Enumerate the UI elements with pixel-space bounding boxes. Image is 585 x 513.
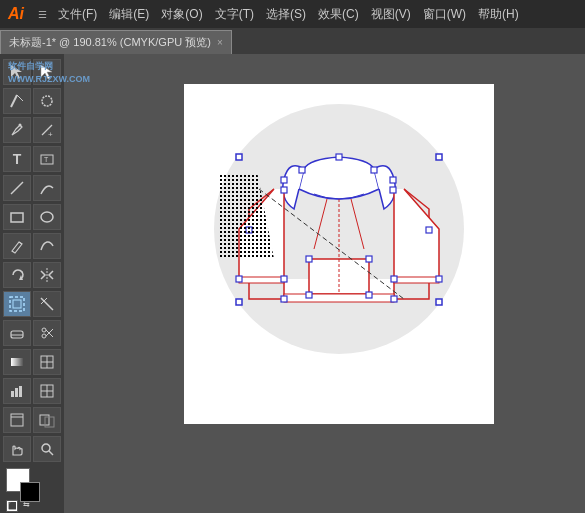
menu-help[interactable]: 帮助(H) <box>472 0 525 28</box>
add-anchor-tool[interactable]: + <box>33 117 61 143</box>
tool-row-6 <box>2 203 62 231</box>
svg-text:T: T <box>44 156 49 163</box>
smooth-tool[interactable] <box>33 233 61 259</box>
eraser-tool[interactable] <box>3 320 31 346</box>
svg-rect-69 <box>236 299 242 305</box>
svg-rect-15 <box>10 297 24 311</box>
tool-row-3: + <box>2 116 62 144</box>
svg-rect-58 <box>236 276 242 282</box>
ellipse-tool[interactable] <box>33 204 61 230</box>
tool-row-12 <box>2 377 62 405</box>
magic-wand-tool[interactable] <box>3 88 31 114</box>
svg-line-24 <box>46 329 53 336</box>
svg-rect-55 <box>426 227 432 233</box>
direct-select-tool[interactable] <box>33 59 61 85</box>
tabbar: 未标题-1* @ 190.81% (CMYK/GPU 预览) × <box>0 28 585 54</box>
canvas-area <box>64 54 585 513</box>
svg-rect-68 <box>436 154 442 160</box>
tab-label: 未标题-1* @ 190.81% (CMYK/GPU 预览) <box>9 35 211 50</box>
svg-line-23 <box>46 330 53 337</box>
area-type-tool[interactable]: T <box>33 146 61 172</box>
default-colors-button[interactable]: ⬛ <box>6 500 18 512</box>
main-area: 软件自学网 WWW.RJZXW.COM <box>0 54 585 513</box>
svg-rect-57 <box>391 276 397 282</box>
svg-rect-64 <box>306 292 312 298</box>
svg-point-21 <box>42 328 46 332</box>
line-tool[interactable] <box>3 175 31 201</box>
menu-object[interactable]: 对象(O) <box>155 0 208 28</box>
type-tool[interactable]: T <box>3 146 31 172</box>
svg-line-17 <box>41 298 53 310</box>
menu-file[interactable]: 文件(F) <box>52 0 103 28</box>
svg-point-22 <box>42 334 46 338</box>
tool-row-13 <box>2 406 62 434</box>
pencil-tool[interactable] <box>3 233 31 259</box>
menu-icon[interactable]: ☰ <box>32 0 52 28</box>
svg-rect-16 <box>13 300 21 308</box>
select-tool[interactable] <box>3 59 31 85</box>
svg-marker-0 <box>11 65 22 79</box>
svg-rect-70 <box>436 299 442 305</box>
svg-rect-67 <box>236 154 242 160</box>
pen-tool[interactable] <box>3 117 31 143</box>
menu-text[interactable]: 文字(T) <box>209 0 260 28</box>
tool-row-14 <box>2 435 62 463</box>
menu-view[interactable]: 视图(V) <box>365 0 417 28</box>
toolbar: 软件自学网 WWW.RJZXW.COM <box>0 54 64 513</box>
menubar: 文件(F) 编辑(E) 对象(O) 文字(T) 选择(S) 效果(C) 视图(V… <box>52 0 585 28</box>
reflect-tool[interactable] <box>33 262 61 288</box>
svg-rect-43 <box>239 277 284 283</box>
live-paint-tool[interactable] <box>33 378 61 404</box>
ai-logo: Ai <box>0 0 32 28</box>
titlebar: Ai ☰ 文件(F) 编辑(E) 对象(O) 文字(T) 选择(S) 效果(C)… <box>0 0 585 28</box>
tool-row-4: T T <box>2 145 62 173</box>
svg-rect-31 <box>19 386 22 397</box>
document-tab[interactable]: 未标题-1* @ 190.81% (CMYK/GPU 预览) × <box>0 30 232 54</box>
svg-rect-49 <box>371 167 377 173</box>
menu-window[interactable]: 窗口(W) <box>417 0 472 28</box>
svg-rect-59 <box>436 276 442 282</box>
svg-marker-1 <box>41 65 52 79</box>
svg-rect-61 <box>391 296 397 302</box>
rotate-tool[interactable] <box>3 262 31 288</box>
svg-rect-44 <box>394 277 439 283</box>
svg-rect-29 <box>11 391 14 397</box>
gradient-tool[interactable] <box>3 349 31 375</box>
scissors-tool[interactable] <box>33 320 61 346</box>
selection-active-tool[interactable] <box>3 291 31 317</box>
svg-line-2 <box>11 95 17 107</box>
rect-tool[interactable] <box>3 204 31 230</box>
svg-point-11 <box>41 212 53 222</box>
tab-close-button[interactable]: × <box>217 37 223 48</box>
svg-rect-25 <box>11 358 23 366</box>
menu-edit[interactable]: 编辑(E) <box>103 0 155 28</box>
mesh-tool[interactable] <box>33 349 61 375</box>
tool-row-5 <box>2 174 62 202</box>
hand-tool[interactable] <box>3 436 31 462</box>
artboard <box>184 84 494 424</box>
svg-rect-52 <box>281 187 287 193</box>
swap-colors-button[interactable]: ⇆ <box>20 498 32 510</box>
tool-row-9 <box>2 290 62 318</box>
svg-rect-33 <box>11 414 23 426</box>
svg-rect-42 <box>284 294 394 302</box>
svg-line-3 <box>17 95 23 101</box>
artboard-tool[interactable] <box>3 407 31 433</box>
slice-tool[interactable] <box>33 291 61 317</box>
menu-effect[interactable]: 效果(C) <box>312 0 365 28</box>
arc-tool[interactable] <box>33 175 61 201</box>
color-section: ⬛ ⇆ <box>2 464 62 513</box>
svg-line-46 <box>351 199 364 249</box>
print-tiling-tool[interactable] <box>33 407 61 433</box>
svg-rect-30 <box>15 388 18 397</box>
svg-text:+: + <box>48 130 53 138</box>
lasso-tool[interactable] <box>33 88 61 114</box>
menu-select[interactable]: 选择(S) <box>260 0 312 28</box>
svg-rect-56 <box>281 276 287 282</box>
svg-rect-48 <box>299 167 305 173</box>
tool-row-10 <box>2 319 62 347</box>
zoom-tool[interactable] <box>33 436 61 462</box>
svg-rect-65 <box>366 292 372 298</box>
graph-tool[interactable] <box>3 378 31 404</box>
tool-row-2 <box>2 87 62 115</box>
